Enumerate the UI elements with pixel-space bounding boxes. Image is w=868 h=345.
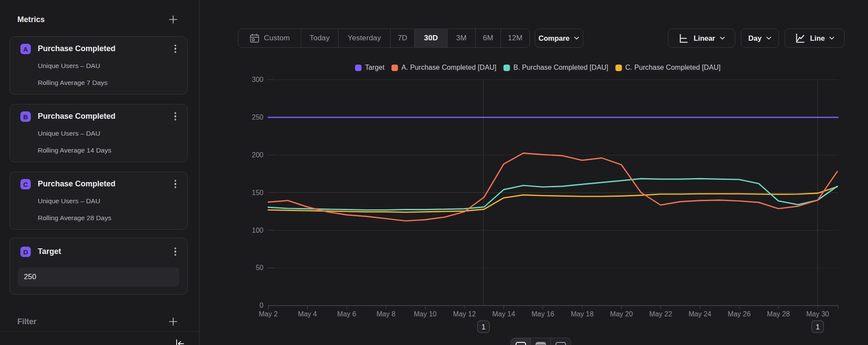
svg-text:150: 150: [252, 189, 263, 196]
svg-text:1: 1: [815, 323, 819, 331]
svg-text:May 28: May 28: [767, 310, 790, 318]
svg-text:May 20: May 20: [610, 310, 633, 318]
svg-text:May 6: May 6: [337, 310, 356, 318]
svg-text:100: 100: [252, 227, 263, 234]
svg-text:250: 250: [252, 114, 263, 121]
svg-text:200: 200: [252, 151, 263, 159]
svg-text:May 30: May 30: [806, 310, 829, 318]
svg-text:May 26: May 26: [728, 310, 751, 318]
svg-text:May 4: May 4: [298, 310, 317, 318]
svg-text:May 10: May 10: [414, 310, 437, 318]
svg-text:May 16: May 16: [532, 310, 555, 318]
svg-text:May 14: May 14: [492, 310, 515, 318]
svg-text:May 18: May 18: [571, 310, 594, 318]
svg-text:50: 50: [256, 264, 263, 271]
svg-text:300: 300: [252, 76, 263, 83]
svg-text:May 8: May 8: [377, 310, 396, 318]
svg-text:May 24: May 24: [688, 310, 711, 318]
svg-text:May 2: May 2: [259, 310, 278, 318]
svg-text:1: 1: [481, 323, 485, 331]
svg-text:May 22: May 22: [649, 310, 672, 318]
svg-text:0: 0: [260, 302, 263, 309]
svg-text:May 12: May 12: [453, 310, 476, 318]
